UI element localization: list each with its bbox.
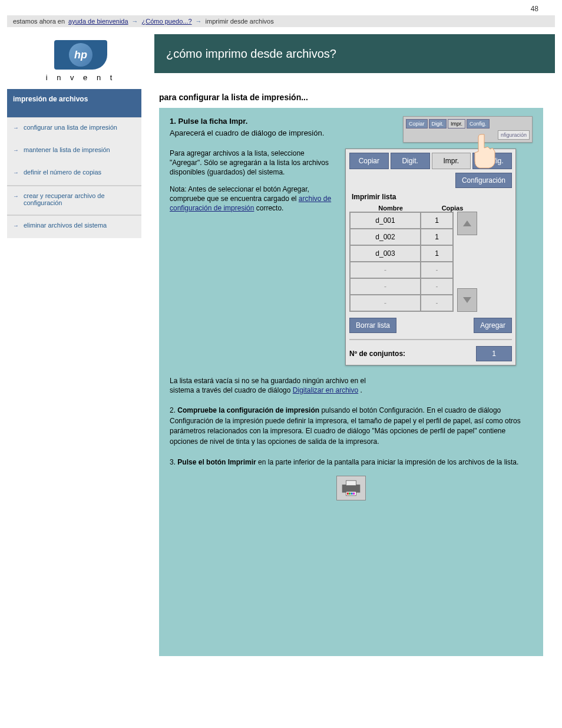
svg-marker-1 — [463, 297, 471, 303]
sidebar-item-label: definir el número de copias — [24, 169, 101, 176]
table-row: - - — [350, 262, 453, 278]
svg-rect-7 — [351, 493, 353, 495]
cell-name: - — [350, 262, 421, 278]
step-2-title: Compruebe la configuración de impresión — [177, 406, 319, 414]
step-3-num: 3. — [170, 458, 176, 466]
sidebar-item-delete-files[interactable]: → eliminar archivos del sistema — [7, 215, 141, 238]
step-1-sub: Aparecerá el cuadro de diálogo de impres… — [170, 128, 346, 139]
cell-copies: - — [421, 278, 453, 295]
configuration-button[interactable]: Configuración — [455, 173, 512, 188]
sidebar-item-config-file[interactable]: → crear y recuperar archivo de configura… — [7, 185, 141, 215]
table-row: - - — [350, 295, 453, 311]
cell-copies: - — [421, 262, 453, 278]
instruction-panel: 1. Pulse la ficha Impr. Aparecerá el cua… — [159, 108, 543, 656]
sets-value-button[interactable]: 1 — [476, 346, 512, 361]
hp-logo-icon: hp — [69, 43, 92, 67]
sidebar-item-label: mantener la lista de impresión — [24, 146, 110, 153]
print-list-title: Imprimir lista — [352, 193, 512, 201]
logo-tagline: i n v e n t — [7, 73, 154, 82]
page-title-bar: ¿cómo imprimo desde archivos? — [154, 34, 555, 73]
page-title: ¿cómo imprimo desde archivos? — [166, 47, 336, 61]
sidebar-item-label: crear y recuperar archivo de configuraci… — [24, 192, 135, 206]
mini-tab-print: Impr. — [448, 119, 465, 129]
step-2: 2. Compruebe la configuración de impresi… — [170, 406, 533, 447]
table-row[interactable]: d_003 1 — [350, 245, 453, 262]
arrow-icon: → — [13, 169, 19, 177]
cell-name: - — [350, 278, 421, 295]
breadcrumb: estamos ahora en ayuda de bienvenida → ¿… — [7, 15, 555, 27]
table-row[interactable]: d_002 1 — [350, 229, 453, 245]
scroll-up-button[interactable] — [457, 212, 477, 235]
print-button[interactable] — [336, 476, 366, 500]
arrow-icon: → — [13, 124, 19, 132]
cell-copies: 1 — [421, 245, 453, 262]
breadcrumb-current: imprimir desde archivos — [206, 18, 274, 25]
mini-configuration-chip: nfiguración — [498, 130, 530, 140]
sets-label: Nº de conjuntos: — [349, 350, 405, 358]
cell-name: d_001 — [350, 212, 421, 229]
note-pre: Nota: Antes de seleccionar el botón Agre… — [170, 185, 309, 203]
arrow-icon: → — [196, 18, 202, 25]
sidebar-item-setup-list[interactable]: → configurar una lista de impresión — [7, 118, 141, 140]
step-3: 3. Pulse el botón Imprimir en la parte i… — [170, 457, 533, 500]
print-list-table: d_001 1 d_002 1 d_003 1 — [349, 212, 454, 312]
arrow-icon: → — [13, 222, 19, 230]
mini-tab-copy: Copiar — [406, 119, 428, 129]
note-empty-post: . — [361, 386, 362, 394]
left-instructions: Para agregar archivos a la lista, selecc… — [170, 149, 335, 220]
svg-marker-0 — [463, 220, 471, 226]
sidebar-item-label: eliminar archivos del sistema — [24, 222, 107, 229]
tab-scan[interactable]: Digit. — [391, 153, 430, 169]
cell-name: - — [350, 295, 421, 311]
triangle-up-icon — [462, 220, 472, 227]
step-3-title: Pulse el botón Imprimir — [177, 458, 256, 466]
sidebar-item-maintain-list[interactable]: → mantener la lista de impresión — [7, 140, 141, 163]
table-row: - - — [350, 278, 453, 295]
pointing-hand-icon — [467, 131, 502, 173]
cell-copies: 1 — [421, 212, 453, 229]
cell-copies: - — [421, 295, 453, 311]
col-name: Nombre — [349, 205, 432, 212]
intro-heading: para configurar la lista de impresión... — [159, 93, 543, 102]
svg-rect-3 — [346, 481, 356, 486]
step-1: 1. Pulse la ficha Impr. Aparecerá el cua… — [170, 116, 346, 138]
arrow-icon: → — [13, 192, 19, 200]
step-1-num: 1. — [170, 117, 176, 126]
triangle-down-icon — [462, 297, 472, 304]
add-button[interactable]: Agregar — [474, 318, 512, 333]
breadcrumb-link-welcome[interactable]: ayuda de bienvenida — [68, 18, 128, 25]
cell-copies: 1 — [421, 229, 453, 245]
page-number: 48 — [0, 0, 562, 15]
breadcrumb-label: estamos ahora en — [13, 18, 65, 25]
link-scan-to-file[interactable]: Digitalizar en archivo — [293, 386, 358, 394]
col-copies: Copias — [432, 205, 473, 212]
cell-name: d_003 — [350, 245, 421, 262]
sidebar-item-define-copies[interactable]: → definir el número de copias — [7, 163, 141, 185]
mini-tab-scan: Digit. — [429, 119, 447, 129]
note-empty-list: La lista estará vacía si no se ha guarda… — [170, 376, 382, 395]
mini-tab-config: Config. — [467, 119, 490, 129]
arrow-icon: → — [13, 146, 19, 154]
printer-icon — [341, 479, 361, 497]
print-dialog: Copiar Digit. Impr. Config. Configuració… — [345, 149, 516, 365]
tab-print[interactable]: Impr. — [432, 153, 471, 169]
clear-list-button[interactable]: Borrar lista — [349, 318, 396, 333]
svg-rect-6 — [349, 493, 351, 495]
svg-rect-8 — [353, 493, 355, 495]
para-note: Nota: Antes de seleccionar el botón Agre… — [170, 185, 335, 213]
scroll-down-button[interactable] — [457, 288, 477, 312]
arrow-icon: → — [132, 18, 138, 25]
svg-rect-5 — [347, 493, 349, 495]
para-add-files: Para agregar archivos a la lista, selecc… — [170, 149, 335, 177]
cell-name: d_002 — [350, 229, 421, 245]
hp-logo-block: hp i n v e n t — [7, 34, 154, 82]
sidebar-heading: impresión de archivos — [7, 89, 141, 117]
note-post: correcto. — [256, 204, 284, 212]
sidebar: impresión de archivos → configurar una l… — [7, 89, 141, 656]
step-1-main: Pulse la ficha Impr. — [178, 117, 247, 126]
table-row[interactable]: d_001 1 — [350, 212, 453, 229]
main-content: para configurar la lista de impresión...… — [159, 89, 555, 656]
tab-copy[interactable]: Copiar — [349, 153, 389, 169]
breadcrumb-link-howto[interactable]: ¿Cómo puedo...? — [142, 18, 192, 25]
step-2-num: 2. — [170, 406, 176, 414]
